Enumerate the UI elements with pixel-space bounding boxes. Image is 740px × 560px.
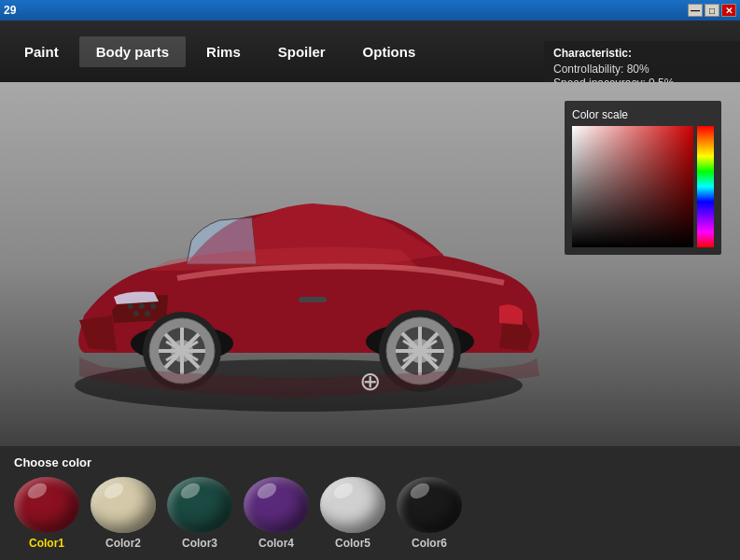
color-ball-color3[interactable] — [167, 477, 232, 533]
close-button[interactable]: ✕ — [721, 4, 736, 17]
svg-point-4 — [133, 311, 139, 316]
bottom-panel: Choose color Color1Color2Color3Color4Col… — [0, 446, 740, 560]
car-viewport: ⊕ Color scale — [0, 82, 740, 446]
controllability-text: Controllability: 80% — [553, 63, 731, 76]
maximize-button[interactable]: □ — [705, 4, 719, 17]
hue-bar-canvas[interactable] — [697, 126, 714, 247]
swatch-color5[interactable]: Color5 — [320, 477, 385, 550]
window-title: 29 — [4, 4, 16, 17]
color-scale-panel: Color scale — [565, 101, 721, 255]
title-bar: 29 — □ ✕ — [0, 0, 740, 21]
car-svg — [28, 110, 569, 418]
swatch-color6[interactable]: Color6 — [397, 477, 462, 550]
menu-item-spoiler[interactable]: Spoiler — [261, 36, 342, 67]
swatch-color1[interactable]: Color1 — [14, 477, 79, 550]
svg-point-3 — [150, 303, 156, 309]
characteristic-title: Characteristic: — [553, 47, 731, 60]
window-controls: — □ ✕ — [688, 4, 736, 17]
color-label-color3: Color3 — [182, 537, 217, 550]
color-ball-color4[interactable] — [244, 477, 309, 533]
color-label-color5: Color5 — [335, 537, 370, 550]
color-ball-color2[interactable] — [91, 477, 156, 533]
swatch-color2[interactable]: Color2 — [91, 477, 156, 550]
svg-rect-28 — [299, 297, 327, 302]
menu-item-rims[interactable]: Rims — [189, 36, 258, 67]
zoom-icon[interactable]: ⊕ — [359, 366, 381, 397]
menu-item-options[interactable]: Options — [346, 36, 433, 67]
color-scale-label: Color scale — [572, 108, 714, 121]
minimize-button[interactable]: — — [688, 4, 703, 17]
car-display — [28, 110, 569, 418]
color-swatches: Color1Color2Color3Color4Color5Color6 — [14, 477, 726, 550]
color-label-color6: Color6 — [412, 537, 447, 550]
svg-point-2 — [139, 303, 145, 309]
menu-item-body-parts[interactable]: Body parts — [79, 36, 186, 67]
color-label-color4: Color4 — [258, 537, 294, 550]
swatch-color4[interactable]: Color4 — [244, 477, 309, 550]
color-label-color1: Color1 — [29, 537, 64, 550]
color-ball-color1[interactable] — [14, 477, 79, 533]
menu-item-paint[interactable]: Paint — [7, 36, 76, 67]
color-scale-box — [572, 126, 714, 247]
swatch-color3[interactable]: Color3 — [167, 477, 232, 550]
choose-color-label: Choose color — [14, 455, 726, 469]
color-gradient-canvas[interactable] — [572, 126, 693, 247]
color-ball-color5[interactable] — [320, 477, 385, 533]
svg-point-1 — [128, 303, 133, 309]
color-ball-color6[interactable] — [397, 477, 462, 533]
color-label-color2: Color2 — [105, 537, 141, 550]
svg-point-5 — [145, 311, 150, 316]
